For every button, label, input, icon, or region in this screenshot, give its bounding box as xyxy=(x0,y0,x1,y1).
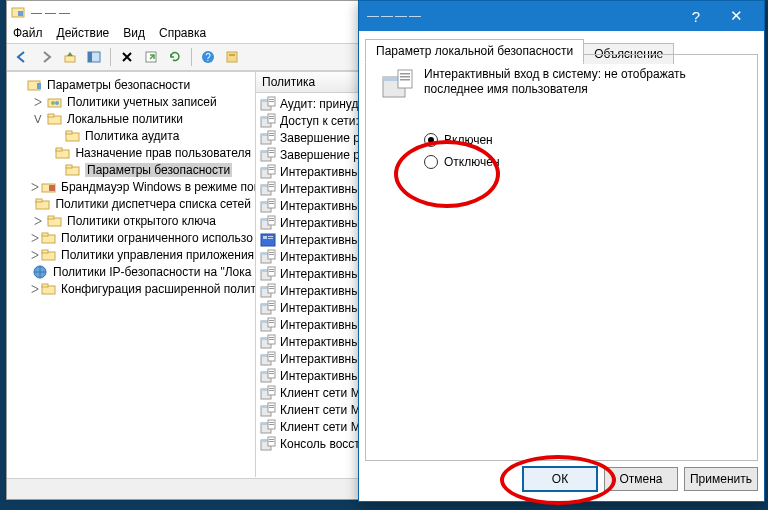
tree-twisty[interactable] xyxy=(49,129,63,143)
tree-pane[interactable]: Параметры безопасности ᐳПолитики учетных… xyxy=(7,72,256,477)
tree-item[interactable]: Политики диспетчера списка сетей xyxy=(9,195,255,212)
tree-twisty[interactable]: ᐳ xyxy=(31,248,39,262)
policy-row-label: Интерактивный xyxy=(280,301,367,315)
tree-twisty[interactable]: ᐳ xyxy=(31,231,39,245)
policy-row-label: Интерактивный xyxy=(280,267,367,281)
dialog-titlebar[interactable]: ———— ? ✕ xyxy=(359,1,764,31)
policy-row-label: Клиент сети Mi xyxy=(280,403,363,417)
tree-item-label: Локальные политики xyxy=(67,112,183,126)
properties-dialog: ———— ? ✕ Параметр локальной безопасности… xyxy=(358,0,765,502)
folder-icon xyxy=(33,265,49,279)
tree-item[interactable]: Политики IP-безопасности на "Лока xyxy=(9,263,255,280)
tree-item[interactable]: ᐳПолитики ограниченного использо xyxy=(9,229,255,246)
svg-point-12 xyxy=(55,101,59,105)
tree-twisty[interactable]: ᐯ xyxy=(31,112,45,126)
apply-button[interactable]: Применить xyxy=(684,467,758,491)
help-button[interactable]: ? xyxy=(197,46,219,68)
svg-rect-74 xyxy=(269,220,274,221)
policy-row-label: Интерактивный xyxy=(280,369,367,383)
folder-icon xyxy=(65,163,81,177)
tree-item[interactable]: ᐳПолитики открытого ключа xyxy=(9,212,255,229)
policy-row-label: Интерактивный xyxy=(280,250,367,264)
tree-twisty[interactable]: ᐳ xyxy=(31,214,45,228)
export-button[interactable] xyxy=(140,46,162,68)
policy-row-label: Консоль восста xyxy=(280,437,366,451)
svg-rect-133 xyxy=(269,424,274,425)
tree-item-label: Политика аудита xyxy=(85,129,179,143)
menu-file[interactable]: Файл xyxy=(13,26,43,40)
svg-rect-128 xyxy=(269,407,274,408)
tree-item[interactable]: Параметры безопасности xyxy=(9,161,255,178)
svg-rect-68 xyxy=(269,201,274,202)
radio-disabled[interactable]: Отключен xyxy=(424,151,743,173)
policy-row-icon xyxy=(260,181,276,197)
svg-rect-102 xyxy=(269,320,274,321)
help-icon[interactable]: ? xyxy=(676,1,716,31)
tree-twisty[interactable] xyxy=(31,197,33,211)
properties-button[interactable] xyxy=(221,46,243,68)
policy-row-label: Интерактивный xyxy=(280,233,367,247)
svg-rect-92 xyxy=(269,286,274,287)
policy-row-label: Интерактивный xyxy=(280,165,367,179)
tree-item[interactable]: ᐳПолитики учетных записей xyxy=(9,93,255,110)
tree-item[interactable]: ᐳПолитики управления приложения xyxy=(9,246,255,263)
tree-twisty[interactable]: ᐳ xyxy=(31,282,39,296)
svg-rect-69 xyxy=(269,203,274,204)
tree-item-label: Брандмауэр Windows в режиме пов xyxy=(61,180,256,194)
radio-disabled-input[interactable] xyxy=(424,155,438,169)
tree-twisty[interactable]: ᐳ xyxy=(31,180,39,194)
policy-row-label: Интерактивный xyxy=(280,216,367,230)
policy-row-icon xyxy=(260,249,276,265)
tab-local-security-setting[interactable]: Параметр локальной безопасности xyxy=(365,39,584,63)
app-icon xyxy=(11,5,25,19)
policy-row-icon xyxy=(260,283,276,299)
refresh-button[interactable] xyxy=(164,46,186,68)
svg-rect-25 xyxy=(36,199,42,202)
svg-rect-1 xyxy=(18,11,23,16)
radio-group: Включен Отключен xyxy=(424,129,743,173)
cancel-button[interactable]: Отмена xyxy=(604,467,678,491)
menu-view[interactable]: Вид xyxy=(123,26,145,40)
tree-item[interactable]: Политика аудита xyxy=(9,127,255,144)
radio-enabled[interactable]: Включен xyxy=(424,129,743,151)
tree-twisty[interactable]: ᐳ xyxy=(31,95,45,109)
svg-rect-2 xyxy=(65,56,75,62)
tree-item[interactable]: ᐳКонфигурация расширенной полит xyxy=(9,280,255,297)
svg-rect-48 xyxy=(269,133,274,134)
svg-rect-78 xyxy=(268,238,273,239)
show-hide-tree-button[interactable] xyxy=(83,46,105,68)
delete-button[interactable] xyxy=(116,46,138,68)
menu-help[interactable]: Справка xyxy=(159,26,206,40)
svg-rect-63 xyxy=(269,184,274,185)
folder-icon xyxy=(41,231,57,245)
policy-row-label: Интерактивный xyxy=(280,284,367,298)
ok-button[interactable]: ОК xyxy=(522,466,598,492)
svg-rect-93 xyxy=(269,288,274,289)
svg-rect-87 xyxy=(269,269,274,270)
back-button[interactable] xyxy=(11,46,33,68)
svg-rect-8 xyxy=(227,52,237,62)
radio-enabled-input[interactable] xyxy=(424,133,438,147)
svg-rect-108 xyxy=(269,339,274,340)
tree-item-label: Конфигурация расширенной полит xyxy=(61,282,256,296)
tree-twisty[interactable] xyxy=(49,163,63,177)
svg-rect-123 xyxy=(269,390,274,391)
close-icon[interactable]: ✕ xyxy=(716,1,756,31)
folder-icon xyxy=(47,95,63,109)
svg-rect-76 xyxy=(263,236,267,239)
tree-twisty[interactable] xyxy=(49,146,53,160)
tree-item[interactable]: ᐯЛокальные политики xyxy=(9,110,255,127)
up-button[interactable] xyxy=(59,46,81,68)
svg-rect-53 xyxy=(269,150,274,151)
tree-item[interactable]: ᐳБрандмауэр Windows в режиме пов xyxy=(9,178,255,195)
policy-row-icon xyxy=(260,385,276,401)
folder-icon xyxy=(47,214,63,228)
menu-action[interactable]: Действие xyxy=(57,26,110,40)
shield-icon xyxy=(27,78,43,92)
tree-item[interactable]: Назначение прав пользователя xyxy=(9,144,255,161)
folder-icon xyxy=(41,248,57,262)
policy-row-icon xyxy=(260,334,276,350)
forward-button[interactable] xyxy=(35,46,57,68)
tree-root[interactable]: Параметры безопасности xyxy=(9,76,255,93)
tree-item-label: Политики учетных записей xyxy=(67,95,217,109)
